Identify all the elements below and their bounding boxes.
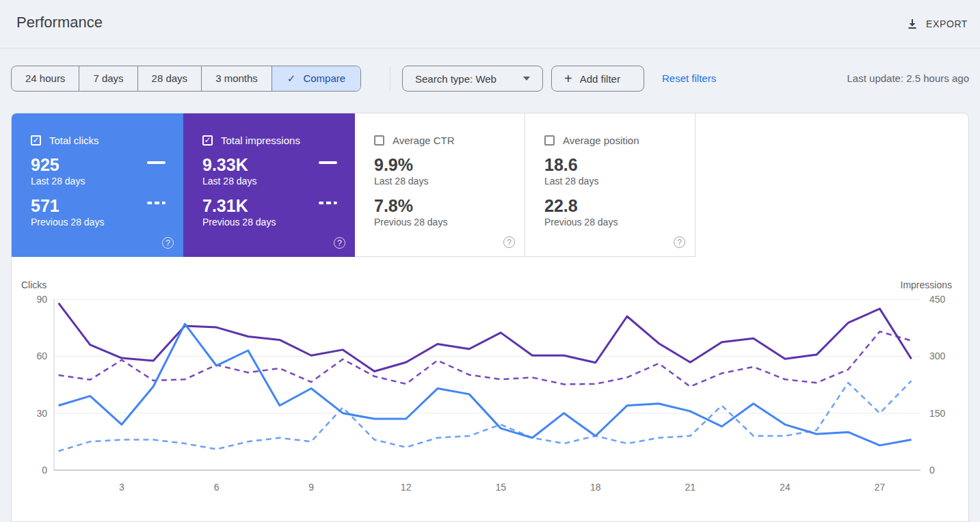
tile-current-period: Last 28 days — [202, 175, 355, 187]
series-impressions-last-28-days — [59, 303, 912, 372]
tile-current-period: Last 28 days — [31, 175, 183, 187]
tile-current-value: 9.33K — [202, 155, 355, 174]
right-axis-tick: 300 — [929, 351, 946, 361]
tile-label: Total clicks — [49, 135, 99, 146]
help-icon[interactable]: ? — [162, 237, 174, 249]
download-icon — [906, 18, 918, 30]
reset-filters-link[interactable]: Reset filters — [662, 66, 716, 92]
compare-label: Compare — [303, 66, 345, 91]
total-impressions-checkbox[interactable]: ✓ — [202, 135, 213, 146]
export-button[interactable]: EXPORT — [906, 15, 968, 33]
plus-icon: + — [564, 72, 572, 85]
header-divider — [0, 48, 980, 49]
left-axis-tick: 30 — [36, 408, 47, 419]
left-axis-tick: 0 — [42, 465, 47, 476]
date-range-group: 24 hours 7 days 28 days 3 months ✓ Compa… — [11, 66, 361, 92]
left-axis-tick: 60 — [36, 351, 47, 361]
tile-previous-period: Previous 28 days — [374, 216, 525, 228]
x-axis-tick: 3 — [119, 482, 124, 493]
x-axis-tick: 9 — [308, 482, 314, 493]
tile-previous-period: Previous 28 days — [202, 216, 355, 228]
filter-divider — [390, 66, 390, 91]
tile-current-value: 925 — [31, 155, 183, 174]
x-axis-tick: 6 — [214, 482, 220, 493]
last-update-text: Last update: 2.5 hours ago — [847, 66, 969, 92]
tile-current-period: Last 28 days — [374, 175, 525, 187]
x-axis-tick: 21 — [685, 482, 696, 493]
series-clicks-last-28-days — [59, 324, 912, 445]
tile-total-impressions[interactable]: ✓ Total impressions 9.33K Last 28 days 7… — [183, 113, 355, 257]
range-3-months-button[interactable]: 3 months — [202, 66, 272, 91]
range-24-hours-button[interactable]: 24 hours — [12, 66, 79, 91]
tile-label: Average CTR — [393, 135, 455, 146]
range-7-days-button[interactable]: 7 days — [79, 66, 137, 91]
check-icon: ✓ — [204, 136, 211, 144]
compare-button[interactable]: ✓ Compare — [272, 66, 360, 91]
solid-line-icon — [319, 161, 337, 164]
tile-label: Total impressions — [221, 135, 300, 146]
add-filter-label: Add filter — [580, 73, 620, 85]
tile-current-value: 18.6 — [544, 155, 695, 174]
x-axis-tick: 12 — [401, 482, 412, 493]
x-axis-tick: 15 — [495, 482, 506, 493]
chevron-down-icon — [523, 77, 530, 81]
range-28-days-button[interactable]: 28 days — [138, 66, 202, 91]
check-icon: ✓ — [287, 66, 296, 91]
performance-panel: ✓ Total clicks 925 Last 28 days 571 Prev… — [11, 113, 969, 522]
search-type-dropdown[interactable]: Search type: Web — [402, 66, 543, 92]
x-axis-tick: 27 — [875, 482, 886, 493]
left-axis-title: Clicks — [21, 279, 47, 290]
total-clicks-checkbox[interactable]: ✓ — [31, 135, 41, 146]
add-filter-button[interactable]: + Add filter — [551, 66, 644, 92]
average-ctr-checkbox[interactable] — [374, 135, 384, 146]
tile-previous-value: 22.8 — [544, 196, 695, 215]
dashed-line-icon — [147, 202, 165, 204]
help-icon[interactable]: ? — [674, 236, 685, 248]
tile-current-value: 9.9% — [374, 155, 525, 174]
x-axis-tick: 24 — [780, 482, 791, 493]
right-axis-tick: 450 — [929, 294, 946, 305]
tile-previous-value: 7.31K — [202, 196, 355, 215]
metric-tiles: ✓ Total clicks 925 Last 28 days 571 Prev… — [12, 113, 968, 257]
solid-line-icon — [147, 161, 165, 164]
export-label: EXPORT — [926, 18, 968, 29]
page-title: Performance — [16, 14, 103, 31]
tile-previous-value: 571 — [31, 196, 183, 215]
left-axis-tick: 90 — [36, 294, 47, 305]
help-icon[interactable]: ? — [503, 236, 515, 248]
filter-bar: 24 hours 7 days 28 days 3 months ✓ Compa… — [0, 66, 980, 92]
dashed-line-icon — [319, 202, 337, 204]
check-icon: ✓ — [32, 136, 39, 144]
right-axis-tick: 0 — [929, 465, 935, 476]
tile-previous-period: Previous 28 days — [31, 216, 183, 228]
x-axis-tick: 18 — [590, 482, 601, 493]
tile-current-period: Last 28 days — [544, 175, 695, 187]
tile-label: Average position — [563, 135, 639, 146]
search-type-label: Search type: Web — [415, 73, 496, 85]
help-icon[interactable]: ? — [334, 237, 345, 249]
right-axis-title: Impressions — [901, 279, 952, 290]
right-axis-tick: 150 — [929, 408, 946, 419]
series-clicks-previous-28-days — [59, 381, 912, 451]
performance-line-chart: 03060900150300450369121518212427ClicksIm… — [12, 257, 968, 522]
tile-previous-period: Previous 28 days — [544, 216, 695, 228]
tile-total-clicks[interactable]: ✓ Total clicks 925 Last 28 days 571 Prev… — [12, 113, 183, 257]
tile-average-position[interactable]: Average position 18.6 Last 28 days 22.8 … — [525, 113, 696, 257]
tile-average-ctr[interactable]: Average CTR 9.9% Last 28 days 7.8% Previ… — [355, 113, 525, 257]
tile-previous-value: 7.8% — [374, 196, 525, 215]
average-position-checkbox[interactable] — [544, 135, 555, 146]
